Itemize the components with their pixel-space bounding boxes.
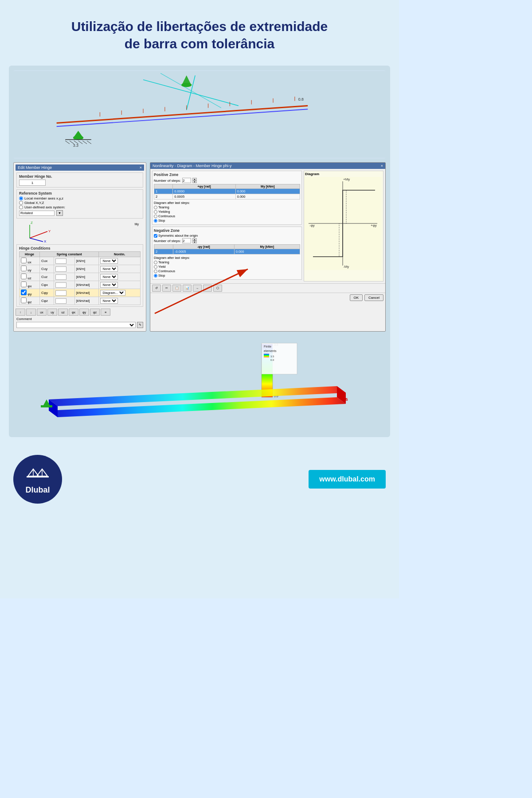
dialog-area: Edit Member Hinge × Member Hinge No. Ref… [13,162,386,332]
nl-tb-5[interactable]: → [193,285,202,292]
steps-input-negative[interactable] [182,238,191,243]
hinge-px-nonlin[interactable]: None [100,282,118,288]
hinge-py-cb[interactable] [21,289,27,295]
neg-after-tearing[interactable]: Tearing [154,260,300,264]
nl-tb-4[interactable]: 📊 [183,285,192,292]
hinge-uy-nonlin[interactable]: None [100,266,118,272]
toolbar-btn-8[interactable]: φz [90,309,100,316]
ref-user[interactable]: User-defined axis system: [19,205,141,209]
neg-row-2[interactable]: 2 -0.0005 0.000 [154,249,300,254]
member-hinge-no-label: Member Hinge No. [19,174,141,179]
svg-point-5 [181,83,192,87]
hinge-row-ux: ux Cux [kN/m] None [20,257,141,265]
toolbar-btn-9[interactable]: ≡ [101,309,110,316]
hinge-row-pz: φz Cφz [kNm/rad] None [20,297,141,305]
nl-body: Positive Zone Number of steps: ▲ ▼ [150,169,385,283]
nl-tb-1[interactable]: ↺ [152,285,161,292]
ok-button[interactable]: OK [350,294,363,301]
hinge-ux-cb[interactable] [21,258,27,263]
nl-tb-6[interactable]: ← [203,285,212,292]
member-hinge-no-input[interactable] [19,180,46,186]
close-button[interactable]: × [140,165,142,170]
after-last-label: Diagram after last steps: [154,201,300,205]
toolbar-btn-3[interactable]: ux [37,309,47,316]
svg-text:+φy: +φy [371,223,377,227]
nl-close-button[interactable]: × [381,164,383,168]
svg-rect-0 [13,71,386,157]
user-axis-btn[interactable]: ▼ [56,210,63,216]
hinge-py-nonlin[interactable]: Diagram...None [100,290,125,296]
after-yielding[interactable]: Yielding [154,210,300,214]
steps-row-positive: Number of steps: ▲ ▼ [154,178,300,183]
reference-system-label: Reference System [19,191,141,196]
hinge-pz-nonlin[interactable]: None [100,298,118,304]
comment-dropdown[interactable] [16,322,136,328]
hinge-py-spring[interactable] [55,290,66,296]
pos-row-1[interactable]: 1 0.0000 0.000 [154,189,300,194]
symmetric-checkbox[interactable]: Symmetric about the origin [154,234,300,238]
coord-axes: Z Y X My [16,220,143,243]
steps-dn-positive[interactable]: ▼ [192,180,197,183]
after-stop[interactable]: Stop [154,219,300,223]
diagram-label: Diagram [304,171,383,177]
steps-dn-negative[interactable]: ▼ [192,241,197,243]
comment-label: Comment [16,317,143,321]
pos-row-2[interactable]: 2 0.0005 0.000 [154,194,300,200]
nonlinearity-dialog: Nonlinearity - Diagram - Member Hinge ph… [150,162,386,332]
hinge-uy-cb[interactable] [21,266,27,271]
logo-text: Dlubal [25,485,50,495]
toolbar-btn-4[interactable]: uy [47,309,57,316]
neg-after-continuous[interactable]: Continuous [154,269,300,273]
nl-dialog-title-bar: Nonlinearity - Diagram - Member Hinge ph… [150,163,385,169]
website-badge: www.dlubal.com [309,470,386,489]
neg-header-phi: -φy [rad] [173,245,235,249]
hinge-px-cb[interactable] [21,282,27,287]
neg-after-label: Diagram after last steps: [154,256,300,260]
comment-edit-btn[interactable]: ✎ [137,322,143,328]
comment-section: Comment ✎ [16,317,143,328]
ref-global[interactable]: Global X,Y,Z [19,201,141,205]
nl-tb-3[interactable]: 📋 [172,285,181,292]
dialog-title-bar: Edit Member Hinge × [16,164,144,171]
neg-after-yield[interactable]: Yield [154,265,300,269]
hinge-pz-cb[interactable] [21,297,27,303]
nl-tb-2[interactable]: ✂ [162,285,171,292]
svg-rect-55 [41,405,52,407]
svg-text:Finite: Finite [264,345,271,348]
hinge-uz-cb[interactable] [21,274,27,279]
steps-spin-positive: ▲ ▼ [192,178,197,183]
neg-after-stop[interactable]: Stop [154,274,300,278]
toolbar-btn-1[interactable]: ↑ [16,309,25,316]
svg-text:Z: Z [31,221,33,225]
beam-bottom-area: 3.5 0.0 [13,335,386,433]
hinge-px-spring[interactable] [55,282,66,288]
svg-rect-46 [13,335,386,433]
svg-line-31 [30,238,43,242]
toolbar-btn-7[interactable]: φy [79,309,89,316]
hinge-ux-spring[interactable] [55,258,66,264]
neg-steps-label: Number of steps: [154,239,181,243]
after-tearing[interactable]: Tearing [154,205,300,209]
hinge-pz-spring[interactable] [55,298,66,304]
toolbar-btn-2[interactable]: ↓ [26,309,36,316]
hinge-uz-nonlin[interactable]: None [100,274,118,280]
toolbar-btn-6[interactable]: φx [69,309,78,316]
steps-input-positive[interactable] [182,178,191,183]
pos-header-phi: +φy [rad] [173,184,236,189]
positive-zone-section: Positive Zone Number of steps: ▲ ▼ [152,171,302,225]
hinge-ux-nonlin[interactable]: None [100,258,118,264]
member-hinge-no-section: Member Hinge No. [16,172,143,188]
cancel-button[interactable]: Cancel [364,294,383,301]
hinge-uy-spring[interactable] [55,266,66,272]
nl-footer: OK Cancel [150,293,385,302]
hinge-uz-spring[interactable] [55,274,66,280]
negative-zone-title: Negative Zone [154,228,300,233]
nl-dialog-title-text: Nonlinearity - Diagram - Member Hinge ph… [153,164,232,168]
ref-local[interactable]: Local member axes x,y,z [19,196,141,200]
user-axis-row: ▼ [19,210,141,216]
col-nonlin: Nonlin. [99,252,141,257]
nl-tb-7[interactable]: ⬡ [213,285,222,292]
after-continuous[interactable]: Continuous [154,214,300,218]
user-axis-input[interactable] [19,211,55,216]
toolbar-btn-5[interactable]: uz [58,309,68,316]
